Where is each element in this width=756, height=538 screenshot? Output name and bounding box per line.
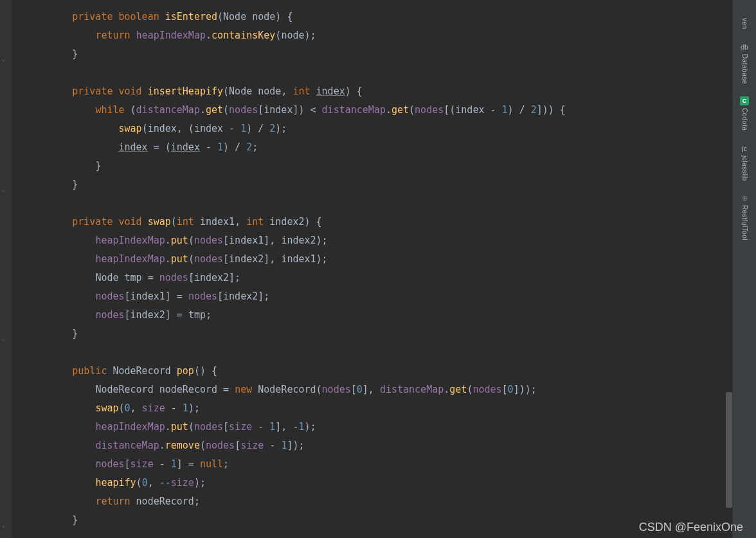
toolwindow-label: Codota — [741, 108, 748, 130]
database-icon: db — [740, 42, 749, 51]
toolwindow-jclasslib-button[interactable]: jcjclasslib — [733, 138, 756, 188]
fold-marker[interactable]: ⌄ — [1, 180, 10, 189]
toolwindow-label: ven — [741, 18, 748, 30]
fold-marker[interactable]: ⌄ — [1, 516, 10, 525]
right-tool-stripe: vendbDatabaseCCodotajcjclasslib⊕RestfulT… — [732, 0, 756, 538]
toolwindow-label: Database — [741, 54, 748, 84]
toolwindow-label: RestfulTool — [741, 205, 748, 240]
jclasslib-icon: jc — [740, 144, 749, 153]
fold-marker[interactable]: ⌄ — [1, 49, 10, 58]
codota-icon: C — [740, 96, 749, 105]
scrollbar-thumb[interactable] — [726, 392, 732, 508]
toolwindow-label: jclasslib — [741, 156, 748, 181]
code-area[interactable]: private boolean isEntered(Node node) { r… — [26, 8, 566, 530]
toolwindow-restful-button[interactable]: ⊕RestfulTool — [733, 187, 756, 247]
toolwindow-ven-button[interactable]: ven — [733, 0, 756, 36]
toolwindow-database-button[interactable]: dbDatabase — [733, 36, 756, 91]
restful-icon: ⊕ — [740, 193, 749, 202]
fold-gutter[interactable]: ⌄⌄⌄⌄ — [0, 0, 12, 538]
code-editor[interactable]: ⌄⌄⌄⌄ private boolean isEntered(Node node… — [0, 0, 733, 538]
ven-icon — [740, 6, 749, 15]
fold-marker[interactable]: ⌄ — [1, 329, 10, 338]
toolwindow-codota-button[interactable]: CCodota — [733, 90, 756, 137]
